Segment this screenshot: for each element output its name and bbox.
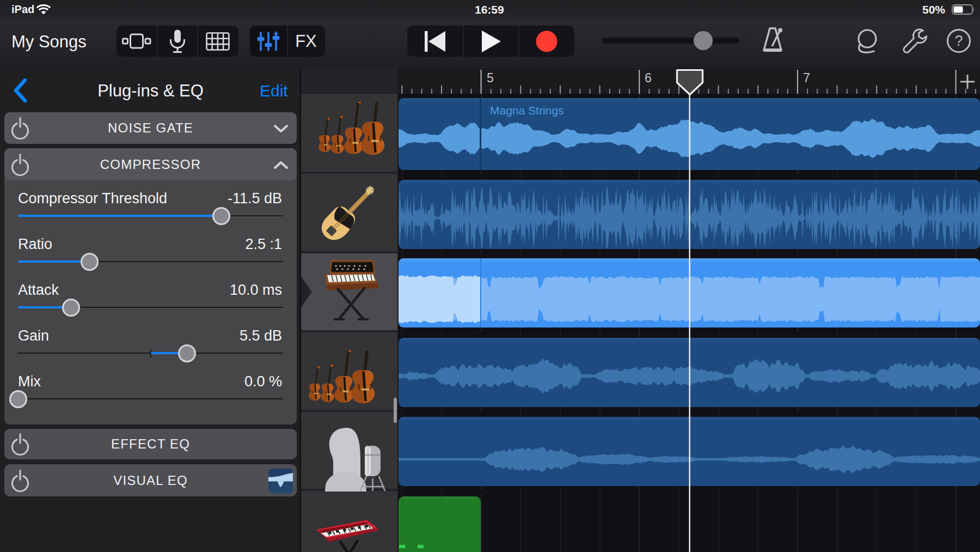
svg-text:?: ? (954, 33, 963, 49)
